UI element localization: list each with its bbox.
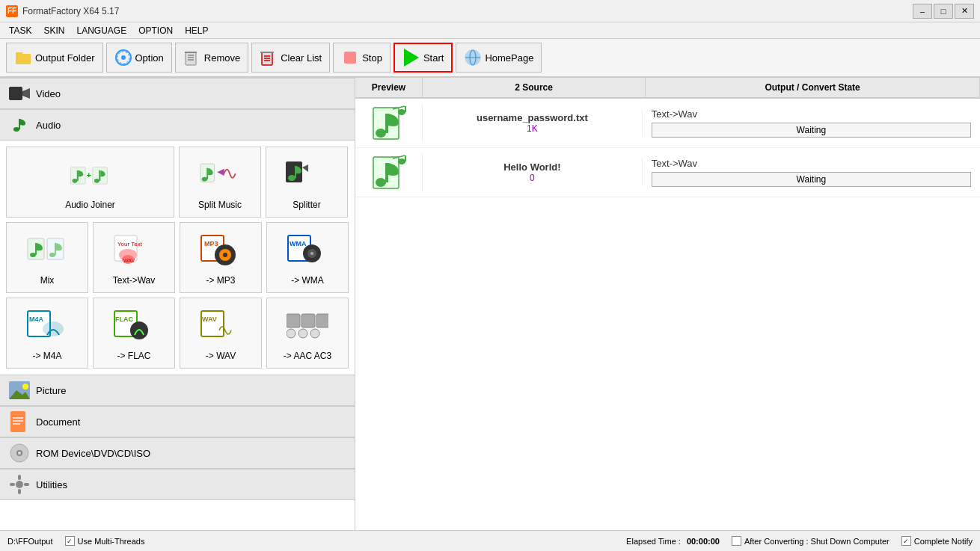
table-row[interactable]: Hello World! 0 Text->Wav Waiting — [355, 148, 980, 197]
file-name-2: Hello World! — [503, 161, 560, 173]
elapsed-time-status: Elapsed Time : 00:00:00 — [626, 537, 720, 546]
file-name-1: username_password.txt — [477, 112, 588, 123]
svg-rect-78 — [13, 420, 23, 422]
minimize-button[interactable]: – — [913, 4, 932, 19]
homepage-button[interactable]: HomePage — [456, 43, 542, 73]
start-icon — [402, 49, 420, 67]
splitter-label: Splitter — [293, 200, 320, 210]
convert-type-1: Text->Wav — [652, 108, 697, 120]
sidebar-section-rom[interactable]: ROM Device\DVD\CD\ISO — [0, 437, 355, 469]
file-list-header: Preview 2 Source Output / Convert State — [355, 78, 980, 99]
file-output-1: Text->Wav Waiting — [643, 104, 980, 142]
output-folder-button[interactable]: Output Folder — [6, 43, 103, 73]
svg-rect-25 — [76, 170, 78, 181]
remove-button[interactable]: Remove — [175, 43, 248, 73]
sidebar-section-audio[interactable]: Audio — [0, 109, 355, 141]
to-wma-icon: WMA — [287, 230, 328, 272]
audio-tools-grid: + Audio Joiner — [0, 141, 355, 375]
svg-rect-96 — [385, 163, 388, 182]
tool-splitter[interactable]: Splitter — [266, 147, 348, 218]
svg-point-21 — [13, 127, 19, 132]
svg-point-95 — [376, 178, 386, 187]
svg-point-58 — [310, 252, 313, 255]
tool-mix[interactable]: Mix — [6, 222, 88, 293]
svg-point-39 — [30, 253, 36, 257]
status-badge-1: Waiting — [652, 123, 971, 138]
start-label: Start — [423, 52, 444, 64]
svg-rect-79 — [13, 423, 20, 425]
remove-label: Remove — [204, 52, 240, 64]
svg-point-28 — [94, 179, 99, 183]
complete-notify-checkbox[interactable] — [901, 536, 911, 546]
to-m4a-icon: M4A — [26, 306, 68, 348]
utilities-section-icon — [9, 474, 30, 495]
after-converting-status: After Converting : Shut Down Computer — [732, 536, 889, 546]
mix-icon — [26, 230, 68, 272]
menu-task[interactable]: TASK — [3, 24, 37, 37]
elapsed-time-label: Elapsed Time : — [626, 537, 681, 546]
to-mp3-label: -> MP3 — [206, 275, 235, 286]
rom-section-label: ROM Device\DVD\CD\ISO — [36, 448, 150, 459]
picture-section-label: Picture — [36, 385, 66, 396]
svg-rect-29 — [99, 170, 100, 181]
option-icon — [114, 49, 132, 67]
tool-to-mp3[interactable]: MP3 -> MP3 — [180, 222, 262, 293]
svg-point-71 — [298, 329, 307, 338]
sidebar-section-utilities[interactable]: Utilities — [0, 469, 355, 500]
elapsed-time-value: 00:00:00 — [687, 537, 720, 546]
menu-option[interactable]: OPTION — [132, 24, 179, 37]
homepage-icon — [464, 49, 482, 67]
svg-rect-32 — [206, 167, 208, 179]
svg-rect-99 — [405, 156, 406, 161]
file-size-2: 0 — [530, 173, 535, 183]
menu-help[interactable]: HELP — [179, 24, 214, 37]
svg-rect-77 — [13, 417, 23, 419]
sidebar-section-document[interactable]: Document — [0, 406, 355, 437]
svg-rect-5 — [186, 52, 196, 65]
multi-threads-checkbox[interactable] — [65, 536, 75, 546]
utilities-section-label: Utilities — [36, 479, 67, 490]
svg-text:WAV: WAV — [202, 315, 217, 323]
file-list: username_password.txt 1K Text->Wav Waiti… — [355, 99, 980, 530]
option-button[interactable]: Option — [106, 43, 172, 73]
tool-text-wav[interactable]: Your Text WAV Text->Wav — [93, 222, 175, 293]
maximize-button[interactable]: □ — [934, 4, 953, 19]
stop-button[interactable]: Stop — [333, 43, 391, 73]
tool-to-flac[interactable]: FLAC -> FLAC — [93, 298, 175, 369]
sidebar-section-picture[interactable]: Picture — [0, 375, 355, 406]
svg-point-31 — [202, 176, 207, 181]
menu-skin[interactable]: SKIN — [37, 24, 70, 37]
tool-split-music[interactable]: Split Music — [179, 147, 261, 218]
split-music-label: Split Music — [198, 200, 242, 210]
svg-text:Your Text: Your Text — [117, 241, 143, 247]
svg-rect-84 — [18, 475, 21, 480]
table-row[interactable]: username_password.txt 1K Text->Wav Waiti… — [355, 99, 980, 148]
file-source-1: username_password.txt 1K — [423, 109, 643, 137]
clear-list-button[interactable]: Clear List — [251, 43, 330, 73]
svg-rect-90 — [385, 114, 388, 133]
svg-point-36 — [288, 175, 295, 181]
svg-point-70 — [287, 329, 295, 338]
start-button[interactable]: Start — [393, 43, 453, 73]
text-wav-label: Text->Wav — [113, 275, 156, 286]
after-converting-checkbox[interactable] — [732, 536, 741, 546]
menu-language[interactable]: LANGUAGE — [70, 24, 132, 37]
tool-to-aac-ac3[interactable]: -> AAC AC3 — [266, 298, 349, 369]
svg-rect-19 — [9, 87, 22, 100]
close-button[interactable]: ✕ — [955, 4, 974, 19]
sidebar-section-video[interactable]: Video — [0, 78, 355, 109]
tool-audio-joiner[interactable]: + Audio Joiner — [6, 147, 174, 218]
col-header-source: 2 Source — [423, 78, 646, 97]
tool-to-wma[interactable]: WMA -> WMA — [266, 222, 349, 293]
folder-icon — [14, 49, 32, 67]
main-content: Video Audio — [0, 78, 980, 530]
svg-text:WAV: WAV — [123, 258, 135, 263]
tool-to-wav[interactable]: WAV -> WAV — [180, 298, 262, 369]
to-flac-label: -> FLAC — [117, 351, 150, 361]
tool-to-m4a[interactable]: M4A -> M4A — [6, 298, 88, 369]
to-mp3-icon: MP3 — [200, 230, 242, 272]
svg-rect-87 — [24, 483, 29, 486]
to-m4a-label: -> M4A — [32, 351, 61, 361]
svg-rect-22 — [19, 119, 20, 129]
svg-rect-67 — [287, 314, 300, 327]
